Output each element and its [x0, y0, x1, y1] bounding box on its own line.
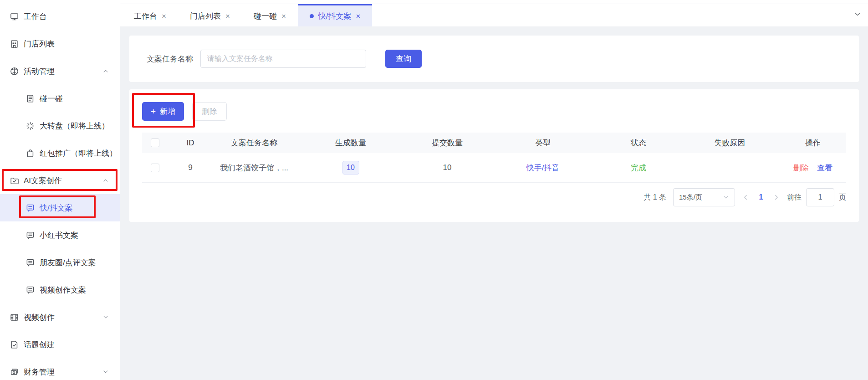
doc-check-icon: [10, 340, 19, 349]
add-button-label: 新增: [160, 106, 175, 117]
comment-icon: [26, 204, 35, 212]
chevron-down-icon: [723, 194, 729, 200]
task-table: ID 文案任务名称 生成数量 提交数量 类型 状态 失败原因 操作 9: [142, 133, 846, 183]
tab-label: 碰一碰: [254, 11, 277, 21]
close-icon[interactable]: ×: [225, 12, 230, 20]
row-generated-cell: 10: [295, 161, 406, 175]
sidebar-item-workbench[interactable]: 工作台: [0, 3, 120, 30]
sidebar-item-redpacket-promo[interactable]: 红包推广（即将上线）: [0, 139, 120, 167]
shop-icon: [10, 40, 19, 48]
sidebar-item-label: 碰一碰: [40, 93, 63, 104]
sidebar-item-lucky-wheel[interactable]: 大转盘（即将上线）: [0, 112, 120, 139]
sidebar-item-label: 大转盘（即将上线）: [40, 121, 109, 131]
comment-icon: [26, 286, 35, 294]
sidebar-item-label: 工作台: [24, 11, 47, 22]
comment-icon: [26, 231, 35, 240]
comment-icon: [26, 258, 35, 267]
close-icon[interactable]: ×: [281, 12, 286, 20]
row-checkbox[interactable]: [151, 164, 159, 172]
row-select-cell: [142, 164, 168, 172]
sidebar-item-label: 话题创建: [24, 339, 55, 350]
sidebar-item-store-list[interactable]: 门店列表: [0, 30, 120, 57]
row-submitted: 10: [406, 163, 488, 172]
row-id: 9: [168, 163, 213, 172]
sidebar-item-touch[interactable]: 碰一碰: [0, 85, 120, 112]
pagination: 共 1 条 15条/页 1 前往 页: [142, 188, 846, 206]
column-header-submitted: 提交数量: [406, 138, 488, 148]
search-button[interactable]: 查询: [385, 50, 422, 68]
sidebar-item-topic-creation[interactable]: 话题创建: [0, 331, 120, 358]
column-header-fail-reason: 失败原因: [679, 138, 780, 148]
folder-check-icon: [10, 176, 19, 185]
sidebar: 工作台 门店列表 活动管理 碰一碰 大转盘（即将上线） 红包推广（即将上线） A…: [0, 0, 120, 380]
document-icon: [26, 94, 35, 103]
chevron-up-icon: [102, 177, 109, 184]
monitor-icon: [10, 12, 19, 21]
row-type: 快手/抖音: [488, 163, 597, 173]
money-icon: [10, 368, 19, 376]
row-view-link[interactable]: 查看: [817, 163, 832, 173]
sidebar-item-label: 财务管理: [24, 367, 55, 377]
chevron-down-icon: [102, 314, 109, 320]
tab-store-list[interactable]: 门店列表 ×: [178, 4, 242, 26]
row-delete-link[interactable]: 删除: [793, 163, 809, 173]
delete-button[interactable]: 删除: [192, 102, 227, 121]
sidebar-item-label: 快/抖文案: [40, 203, 73, 213]
close-icon[interactable]: ×: [162, 12, 166, 20]
page-unit-label: 页: [839, 193, 846, 202]
tab-label: 工作台: [134, 11, 157, 21]
sidebar-item-video-creation[interactable]: 视频创作: [0, 303, 120, 331]
app-root: 工作台 门店列表 活动管理 碰一碰 大转盘（即将上线） 红包推广（即将上线） A…: [0, 0, 868, 380]
film-icon: [10, 313, 19, 322]
sidebar-item-activity-management[interactable]: 活动管理: [0, 57, 120, 85]
table-row: 9 我们老酒饺子馆，... 10 10 快手/抖音 完成 删除 查看: [142, 153, 846, 183]
sidebar-item-finance-management[interactable]: 财务管理: [0, 358, 120, 380]
tab-kuaidou-copy[interactable]: 快/抖文案 ×: [298, 4, 373, 26]
tab-label: 门店列表: [190, 11, 221, 21]
tab-label: 快/抖文案: [318, 11, 352, 21]
row-actions-cell: 删除 查看: [780, 163, 846, 173]
sidebar-item-moments-review-copy[interactable]: 朋友圈/点评文案: [0, 249, 120, 276]
goto-label: 前往: [787, 193, 802, 202]
page-size-value: 15条/页: [679, 193, 702, 202]
column-header-status: 状态: [597, 138, 679, 148]
sidebar-item-label: 视频创作文案: [40, 285, 86, 295]
chevron-right-icon[interactable]: [773, 194, 780, 201]
row-task-name: 我们老酒饺子馆，...: [213, 163, 295, 173]
sidebar-item-label: 门店列表: [24, 39, 55, 49]
filter-card: 文案任务名称 查询: [129, 36, 859, 82]
sidebar-item-label: AI文案创作: [24, 175, 62, 186]
sidebar-item-xiaohongshu-copy[interactable]: 小红书文案: [0, 221, 120, 249]
select-all-checkbox[interactable]: [151, 139, 159, 147]
chevron-down-icon[interactable]: [853, 10, 862, 18]
sidebar-item-kuaidou-copy[interactable]: 快/抖文案: [0, 194, 120, 221]
header-select-cell: [142, 139, 168, 147]
task-name-input[interactable]: [200, 50, 366, 68]
page-size-select[interactable]: 15条/页: [673, 188, 735, 206]
column-header-generated: 生成数量: [295, 138, 406, 148]
chevron-left-icon[interactable]: [742, 194, 749, 201]
table-card: + 新增 删除 ID 文案任务名称 生成数量 提交数量: [129, 89, 859, 222]
add-button[interactable]: + 新增: [142, 102, 184, 121]
goto-page: 前往 页: [787, 188, 846, 206]
page-number[interactable]: 1: [756, 193, 766, 201]
sidebar-item-label: 活动管理: [24, 66, 55, 77]
close-icon[interactable]: ×: [356, 12, 361, 20]
sidebar-item-ai-copywriting[interactable]: AI文案创作: [0, 167, 120, 194]
sidebar-item-video-creation-copy[interactable]: 视频创作文案: [0, 276, 120, 303]
tab-list: 工作台 × 门店列表 × 碰一碰 × 快/抖文案 ×: [120, 4, 372, 26]
chevron-down-icon: [102, 369, 109, 375]
sidebar-item-label: 小红书文案: [40, 230, 78, 241]
tab-touch[interactable]: 碰一碰 ×: [242, 4, 298, 26]
active-tab-dot: [310, 14, 314, 18]
tab-bar: 工作台 × 门店列表 × 碰一碰 × 快/抖文案 ×: [120, 0, 868, 26]
spinner-icon: [26, 122, 35, 130]
sidebar-item-label: 视频创作: [24, 312, 55, 323]
goto-page-input[interactable]: [806, 188, 834, 206]
column-header-type: 类型: [488, 138, 597, 148]
tab-workbench[interactable]: 工作台 ×: [122, 4, 178, 26]
generated-count-badge: 10: [342, 161, 359, 175]
task-name-label: 文案任务名称: [147, 54, 193, 64]
main-area: 工作台 × 门店列表 × 碰一碰 × 快/抖文案 ×: [120, 0, 868, 380]
gift-icon: [26, 149, 35, 158]
